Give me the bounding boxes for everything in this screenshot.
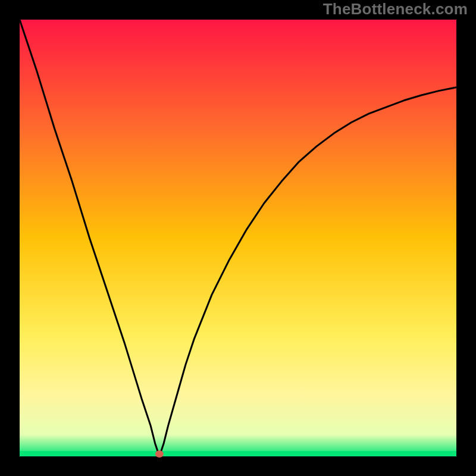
watermark-text: TheBottleneck.com [323, 0, 468, 18]
minimum-marker [155, 450, 164, 458]
chart-frame: TheBottleneck.com [0, 0, 476, 476]
gradient-background [20, 20, 456, 456]
bottom-band [20, 451, 456, 456]
chart-svg [0, 0, 476, 476]
